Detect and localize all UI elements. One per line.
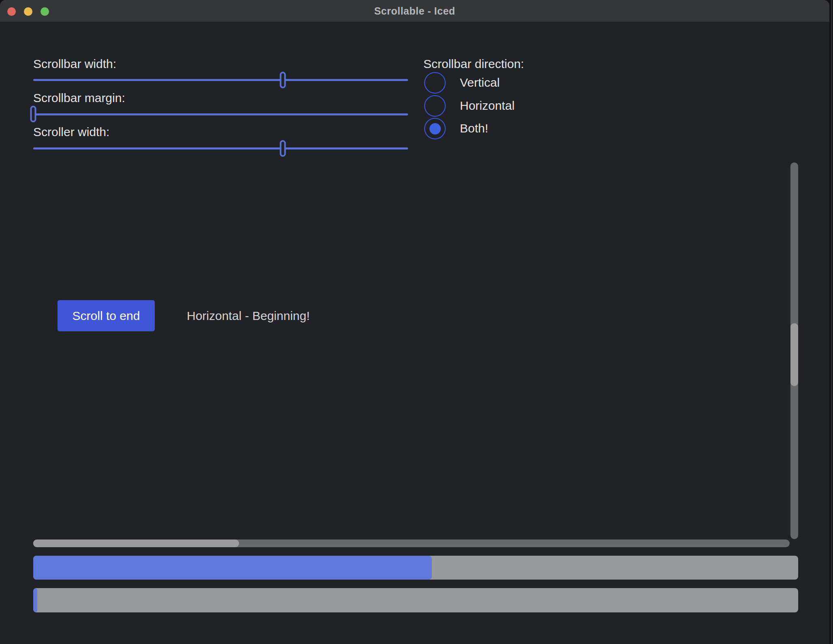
scroller-width-slider-track[interactable] [33,147,408,149]
scrollbar-direction-label: Scrollbar direction: [423,57,524,70]
scrollbar-margin-slider-handle[interactable] [30,106,36,122]
radio-circle-icon[interactable] [424,72,446,94]
radio-option-label[interactable]: Both! [460,122,488,135]
scrollbar-margin-slider-track[interactable] [33,113,408,115]
radio-circle-icon[interactable] [424,95,446,117]
radio-option-label[interactable]: Vertical [460,76,500,90]
horizontal-scrollbar-thumb[interactable] [33,540,239,547]
scrollbar-width-label: Scrollbar width: [33,57,116,70]
horizontal-progress-fill [33,556,432,580]
scrollbar-width-slider-track[interactable] [33,79,408,81]
vertical-scrollbar-track[interactable] [790,162,798,539]
scrollbar-margin-label: Scrollbar margin: [33,91,125,104]
vertical-scrollbar-thumb[interactable] [790,323,798,386]
scroll-to-end-button[interactable]: Scroll to end [58,300,155,331]
titlebar[interactable]: Scrollable - Iced [0,0,829,22]
vertical-progress-fill [33,588,37,612]
window-title: Scrollable - Iced [0,0,829,22]
scrollbar-width-slider-handle[interactable] [280,72,286,88]
scroll-status-text: Horizontal - Beginning! [187,300,310,331]
app-window: Scrollable - Iced Scrollbar width: Scrol… [0,0,829,644]
radio-selected-dot-icon [429,123,441,134]
vertical-progress-bar [33,588,798,612]
background-window-edge [831,0,832,644]
radio-option-label[interactable]: Horizontal [460,99,515,113]
radio-circle-icon[interactable] [424,118,446,139]
scroller-width-label: Scroller width: [33,125,109,139]
scroller-width-slider-handle[interactable] [280,140,286,157]
horizontal-progress-bar [33,556,798,580]
horizontal-scrollbar-track[interactable] [33,540,790,547]
